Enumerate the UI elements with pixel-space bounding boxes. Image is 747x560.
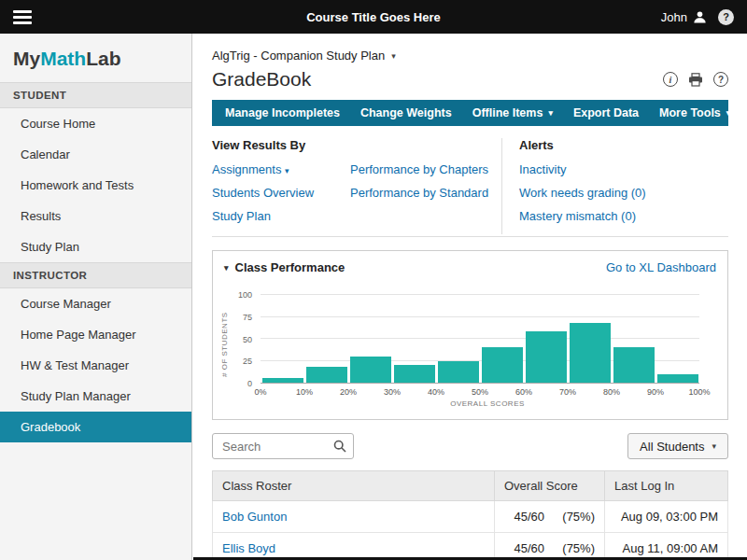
chart-bar-8 <box>570 323 611 383</box>
sidebar-item-home-page-manager[interactable]: Home Page Manager <box>0 319 191 350</box>
chart-bar-6 <box>482 347 523 383</box>
sidebar-item-course-home[interactable]: Course Home <box>0 108 191 139</box>
performance-by-chapters-link[interactable]: Performance by Chapters <box>350 162 488 176</box>
info-icon[interactable]: i <box>663 72 678 87</box>
study-plan-link[interactable]: Study Plan <box>212 209 271 223</box>
chart-x-axis-label: OVERALL SCORES <box>261 399 714 408</box>
page-help-icon[interactable]: ? <box>713 72 728 87</box>
chart-bar-3 <box>350 357 391 383</box>
inactivity-link[interactable]: Inactivity <box>519 162 567 176</box>
overall-score-cell: 45/60(75%) <box>495 501 605 533</box>
chart-xtick-label: 50% <box>472 387 488 397</box>
view-results-by-heading: View Results By <box>212 138 501 152</box>
class-performance-collapse-toggle[interactable]: ▾ Class Performance <box>224 260 345 274</box>
manage-incompletes-label: Manage Incompletes <box>225 106 340 119</box>
alerts-heading: Alerts <box>519 138 728 152</box>
column-header-class-roster[interactable]: Class Roster <box>213 471 495 501</box>
score-fraction: 45/60 <box>514 541 544 555</box>
last-login-cell: Aug 09, 03:00 PM <box>605 501 728 533</box>
class-performance-panel: ▾ Class Performance Go to XL Dashboard #… <box>212 250 728 420</box>
class-roster-table: Class Roster Overall Score Last Log In B… <box>212 470 728 560</box>
breadcrumb-label: AlgTrig - Companion Study Plan <box>212 49 385 63</box>
chart-xtick-label: 30% <box>384 387 401 397</box>
performance-by-standard-link[interactable]: Performance by Standard <box>350 186 488 200</box>
offline-items-label: Offline Items <box>472 106 543 119</box>
manage-incompletes-button[interactable]: Manage Incompletes <box>215 100 350 126</box>
print-icon[interactable] <box>688 73 703 87</box>
sidebar-item-course-manager[interactable]: Course Manager <box>0 288 191 319</box>
app-window: Course Title Goes Here John ? MyMathLab … <box>0 0 747 560</box>
search-box <box>212 433 354 459</box>
course-title: Course Title Goes Here <box>306 10 441 24</box>
offline-items-menu[interactable]: Offline Items▾ <box>462 100 563 126</box>
change-weights-label: Change Weights <box>360 106 452 119</box>
class-performance-chart: # OF STUDENTS 0255075100 0%10%20%30%40%5… <box>213 284 727 419</box>
students-overview-link[interactable]: Students Overview <box>212 186 314 200</box>
mastery-mismatch-link[interactable]: Mastery mismatch (0) <box>519 209 636 223</box>
chart-xtick-label: 60% <box>515 387 532 397</box>
change-weights-button[interactable]: Change Weights <box>350 100 462 126</box>
user-name: John <box>661 10 687 24</box>
score-percent: (75%) <box>554 510 595 524</box>
title-icons: i ? <box>663 72 728 87</box>
sidebar-item-gradebook[interactable]: Gradebook <box>0 412 191 442</box>
score-fraction: 45/60 <box>514 510 544 524</box>
all-students-dropdown[interactable]: All Students ▾ <box>627 433 728 459</box>
class-performance-title: Class Performance <box>235 260 345 274</box>
column-header-overall-score[interactable]: Overall Score <box>495 471 605 501</box>
more-tools-menu[interactable]: More Tools▾ <box>649 100 740 126</box>
sidebar-section-instructor: INSTRUCTOR <box>0 262 191 288</box>
hamburger-menu-icon[interactable] <box>13 7 32 27</box>
chart-yticks: 0255075100 <box>231 295 257 384</box>
more-tools-label: More Tools <box>659 106 721 119</box>
help-icon[interactable]: ? <box>718 9 734 25</box>
overall-score-cell: 45/60(75%) <box>495 533 605 560</box>
sidebar-item-results[interactable]: Results <box>0 201 191 231</box>
chart-xtick-label: 100% <box>688 387 710 397</box>
chart-ytick-label: 75 <box>243 313 252 322</box>
table-row: Ellis Boyd 45/60(75%) Aug 11, 09:00 AM <box>213 533 728 560</box>
sidebar-item-study-plan-manager[interactable]: Study Plan Manager <box>0 381 191 412</box>
chevron-down-icon: ▾ <box>726 108 731 118</box>
class-performance-header: ▾ Class Performance Go to XL Dashboard <box>213 251 727 284</box>
chart-ytick-label: 100 <box>238 290 252 300</box>
chart-ytick-label: 50 <box>243 335 252 344</box>
mymathlab-logo: MyMathLab <box>0 34 191 82</box>
column-header-last-log-in[interactable]: Last Log In <box>605 471 728 501</box>
chart-plot <box>261 295 699 384</box>
last-login-cell: Aug 11, 09:00 AM <box>605 533 728 560</box>
roster-controls: All Students ▾ <box>212 433 728 459</box>
chart-xtick-label: 70% <box>559 387 576 397</box>
chart-xtick-label: 80% <box>603 387 620 397</box>
go-to-xl-dashboard-link[interactable]: Go to XL Dashboard <box>606 260 716 274</box>
topbar: Course Title Goes Here John ? <box>0 0 747 34</box>
student-link[interactable]: Bob Gunton <box>222 510 287 524</box>
sidebar-item-study-plan[interactable]: Study Plan <box>0 231 191 262</box>
logo-my: My <box>13 48 40 69</box>
work-needs-grading-link[interactable]: Work needs grading (0) <box>519 186 646 200</box>
chevron-down-icon: ▾ <box>391 51 396 61</box>
course-breadcrumb-selector[interactable]: AlgTrig - Companion Study Plan ▾ <box>212 49 396 63</box>
chart-gridline <box>261 338 699 339</box>
student-link[interactable]: Ellis Boyd <box>222 541 275 555</box>
alerts-block: Alerts Inactivity Work needs grading (0)… <box>501 138 728 234</box>
chart-xtick-label: 90% <box>647 387 664 397</box>
export-data-button[interactable]: Export Data <box>563 100 649 126</box>
sidebar-item-homework-and-tests[interactable]: Homework and Tests <box>0 170 191 201</box>
chart-bar-4 <box>394 365 435 383</box>
table-header-row: Class Roster Overall Score Last Log In <box>213 471 728 501</box>
user-menu[interactable]: John <box>661 10 707 24</box>
chart-bar-10 <box>657 374 698 383</box>
assignments-link[interactable]: Assignments ▾ <box>212 162 289 176</box>
chart-bar-1 <box>262 378 303 383</box>
chart-ytick-label: 25 <box>243 357 252 366</box>
sidebar-item-calendar[interactable]: Calendar <box>0 139 191 170</box>
collapse-triangle-icon: ▾ <box>224 263 229 273</box>
sidebar-item-hw-test-manager[interactable]: HW & Test Manager <box>0 350 191 381</box>
search-icon[interactable] <box>333 440 346 456</box>
chart-bar-7 <box>526 331 567 383</box>
filters-section: View Results By Assignments ▾ Students O… <box>212 126 728 237</box>
main-content: AlgTrig - Companion Study Plan ▾ GradeBo… <box>193 34 747 560</box>
chart-xtick-label: 10% <box>296 387 313 397</box>
topbar-right: John ? <box>661 9 734 25</box>
